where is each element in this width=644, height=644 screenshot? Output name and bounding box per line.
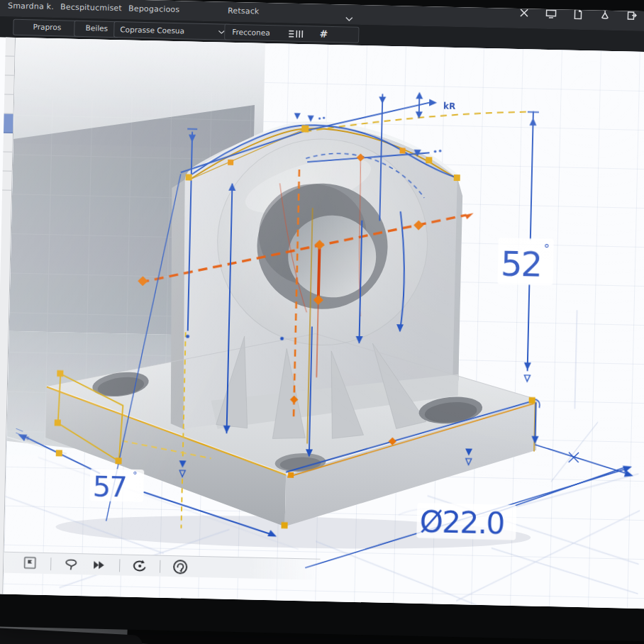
dim-width-label[interactable]: 57 bbox=[92, 470, 126, 503]
flask-icon[interactable] bbox=[599, 9, 611, 21]
grid-hash-icon[interactable]: # bbox=[319, 27, 328, 42]
lasso-icon[interactable] bbox=[62, 555, 80, 573]
menu-item[interactable]: Smardna k. bbox=[8, 1, 54, 11]
workspace: 52 ° 57 ° Ø22.0 kR =s bbox=[0, 37, 644, 609]
dropdown-label: Coprasse Coesua bbox=[120, 22, 184, 38]
desk-object bbox=[0, 627, 143, 644]
panel-label: Frecconea bbox=[225, 25, 270, 40]
side-tool-slot[interactable] bbox=[2, 172, 12, 191]
tool-button[interactable]: Beiles bbox=[74, 21, 120, 38]
dim-height-suffix: ° bbox=[543, 241, 550, 255]
chevron-down-icon[interactable] bbox=[345, 11, 353, 24]
list-bars-icon[interactable] bbox=[288, 28, 304, 38]
tool-button[interactable]: Prapros bbox=[13, 19, 81, 37]
side-tool-slot[interactable] bbox=[3, 133, 13, 152]
fast-forward-icon[interactable] bbox=[91, 556, 109, 574]
dim-height-label[interactable]: 52 bbox=[500, 245, 541, 284]
toolbar-divider bbox=[160, 560, 160, 572]
dim-width-suffix: ° bbox=[133, 470, 138, 480]
datum-flag-label[interactable]: kR bbox=[443, 101, 456, 111]
viewport-canvas[interactable]: 52 ° 57 ° Ø22.0 kR =s bbox=[3, 38, 644, 609]
side-tool-slot[interactable] bbox=[5, 57, 15, 76]
document-icon[interactable] bbox=[572, 9, 584, 20]
side-tool-slot[interactable] bbox=[3, 152, 13, 172]
export-icon[interactable] bbox=[626, 9, 638, 21]
side-tool-slot-active[interactable] bbox=[4, 114, 13, 133]
side-tool-slot[interactable] bbox=[4, 76, 14, 95]
display-icon[interactable] bbox=[545, 8, 557, 19]
menu-item[interactable]: Bepogacioos bbox=[128, 4, 180, 14]
menu-item[interactable]: Becspitucmiset bbox=[60, 2, 122, 13]
app-window: Smardna k. Becspitucmiset Bepogacioos Re… bbox=[0, 0, 644, 609]
cad-scene: 52 ° 57 ° Ø22.0 kR =s bbox=[3, 38, 644, 609]
monitor-bezel: Smardna k. Becspitucmiset Bepogacioos Re… bbox=[0, 0, 644, 642]
view-options-panel[interactable]: Frecconea # bbox=[224, 24, 359, 43]
select-frame-icon[interactable] bbox=[22, 555, 40, 572]
window-controls bbox=[518, 7, 638, 21]
orbit-icon[interactable] bbox=[131, 557, 149, 574]
spin-icon[interactable] bbox=[172, 558, 189, 576]
monitor-scene: Smardna k. Becspitucmiset Bepogacioos Re… bbox=[0, 0, 644, 644]
side-tool-slot[interactable] bbox=[5, 38, 15, 57]
side-tool-slot[interactable] bbox=[4, 95, 14, 114]
toolbar-divider bbox=[119, 559, 120, 572]
menu-item[interactable]: Retsack bbox=[228, 6, 260, 16]
dropdown-select[interactable]: Coprasse Coesua bbox=[113, 21, 231, 40]
toolbar-divider bbox=[50, 557, 51, 570]
dim-bore-label[interactable]: Ø22.0 bbox=[419, 504, 504, 541]
close-icon[interactable] bbox=[518, 7, 530, 18]
